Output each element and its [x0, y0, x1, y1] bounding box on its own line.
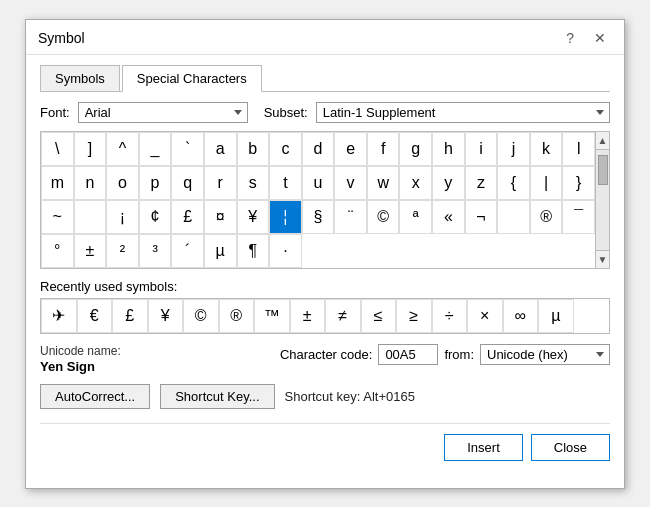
close-dialog-button[interactable]: Close — [531, 434, 610, 461]
symbol-cell[interactable]: ª — [399, 200, 432, 234]
from-label: from: — [444, 347, 474, 362]
symbol-cell[interactable]: © — [367, 200, 400, 234]
recently-used-cell[interactable]: © — [183, 299, 219, 333]
recently-used-cell[interactable]: ≠ — [325, 299, 361, 333]
scrollbar-track[interactable] — [596, 149, 609, 251]
symbol-cell[interactable]: ² — [106, 234, 139, 268]
symbol-cell[interactable]: x — [399, 166, 432, 200]
symbol-cell[interactable]: ° — [41, 234, 74, 268]
symbol-cell[interactable]: f — [367, 132, 400, 166]
close-button[interactable]: ✕ — [588, 28, 612, 48]
autocorrect-button[interactable]: AutoCorrect... — [40, 384, 150, 409]
recently-used-cell[interactable]: ® — [219, 299, 255, 333]
recently-used-cell[interactable]: € — [77, 299, 113, 333]
symbol-cell[interactable]: ¶ — [237, 234, 270, 268]
symbol-cell[interactable] — [74, 200, 107, 234]
symbol-cell[interactable]: § — [302, 200, 335, 234]
subset-select[interactable]: Latin-1 Supplement — [316, 102, 610, 123]
symbol-cell[interactable]: { — [497, 166, 530, 200]
info-row: Unicode name: Yen Sign Character code: f… — [40, 344, 610, 374]
symbol-cell[interactable]: ´ — [171, 234, 204, 268]
symbol-cell[interactable]: h — [432, 132, 465, 166]
recently-used-cell[interactable]: ¥ — [148, 299, 184, 333]
symbol-cell[interactable]: \ — [41, 132, 74, 166]
symbol-cell[interactable]: c — [269, 132, 302, 166]
symbol-cell[interactable]: ¡ — [106, 200, 139, 234]
tab-symbols[interactable]: Symbols — [40, 65, 120, 92]
symbol-cell[interactable]: r — [204, 166, 237, 200]
recently-used-cell[interactable]: ≤ — [361, 299, 397, 333]
recently-used-grid: ✈€£¥©®™±≠≤≥÷×∞µ — [40, 298, 610, 334]
symbol-cell[interactable]: £ — [171, 200, 204, 234]
symbol-cell[interactable]: ` — [171, 132, 204, 166]
symbol-cell[interactable]: ¤ — [204, 200, 237, 234]
symbol-cell[interactable]: a — [204, 132, 237, 166]
recently-used-cell[interactable]: µ — [538, 299, 574, 333]
symbol-cell[interactable]: | — [530, 166, 563, 200]
symbol-cell[interactable]: t — [269, 166, 302, 200]
insert-button[interactable]: Insert — [444, 434, 523, 461]
symbol-cell[interactable]: p — [139, 166, 172, 200]
symbol-cell[interactable]: m — [41, 166, 74, 200]
symbol-cell[interactable]: y — [432, 166, 465, 200]
help-button[interactable]: ? — [560, 28, 580, 48]
recently-used-cell[interactable]: ≥ — [396, 299, 432, 333]
symbol-cell[interactable]: ¦ — [269, 200, 302, 234]
symbol-cell[interactable]: « — [432, 200, 465, 234]
symbol-cell[interactable]: d — [302, 132, 335, 166]
from-select[interactable]: Unicode (hex) — [480, 344, 610, 365]
symbol-grid: \]^_`abcdefghijklmnopqrstuvwxyz{|}~ ¡¢£¤… — [41, 132, 595, 268]
symbol-cell[interactable]: ¨ — [334, 200, 367, 234]
symbol-cell[interactable]: ¢ — [139, 200, 172, 234]
symbol-cell[interactable]: ~ — [41, 200, 74, 234]
symbol-cell[interactable]: ­ — [497, 200, 530, 234]
symbol-cell[interactable]: z — [465, 166, 498, 200]
title-bar: Symbol ? ✕ — [26, 20, 624, 55]
symbol-cell[interactable]: ³ — [139, 234, 172, 268]
symbol-cell[interactable]: µ — [204, 234, 237, 268]
shortcut-key-button[interactable]: Shortcut Key... — [160, 384, 274, 409]
recently-used-cell[interactable]: ∞ — [503, 299, 539, 333]
recently-used-cell[interactable]: ÷ — [432, 299, 468, 333]
recently-used-cell[interactable]: ± — [290, 299, 326, 333]
symbol-cell[interactable]: l — [562, 132, 595, 166]
symbol-cell[interactable]: ] — [74, 132, 107, 166]
char-code-input[interactable] — [378, 344, 438, 365]
unicode-block: Unicode name: Yen Sign — [40, 344, 264, 374]
tab-special-characters[interactable]: Special Characters — [122, 65, 262, 92]
symbol-cell[interactable]: ^ — [106, 132, 139, 166]
symbol-cell[interactable]: b — [237, 132, 270, 166]
symbol-cell[interactable]: v — [334, 166, 367, 200]
symbol-cell[interactable]: ± — [74, 234, 107, 268]
symbol-cell[interactable]: i — [465, 132, 498, 166]
symbol-cell[interactable]: ¬ — [465, 200, 498, 234]
symbol-cell[interactable]: q — [171, 166, 204, 200]
symbol-cell[interactable]: · — [269, 234, 302, 268]
symbol-cell[interactable]: u — [302, 166, 335, 200]
symbol-cell[interactable]: } — [562, 166, 595, 200]
symbol-cell[interactable]: ¯ — [562, 200, 595, 234]
recently-used-cell[interactable]: × — [467, 299, 503, 333]
dialog-content: Symbols Special Characters Font: Arial S… — [26, 55, 624, 471]
recently-used-cell[interactable]: ✈ — [41, 299, 77, 333]
scrollbar-up-arrow[interactable]: ▲ — [596, 132, 610, 149]
tab-bar: Symbols Special Characters — [40, 65, 610, 92]
scrollbar-thumb[interactable] — [598, 155, 608, 185]
scrollbar-down-arrow[interactable]: ▼ — [596, 251, 610, 268]
symbol-cell[interactable]: ® — [530, 200, 563, 234]
recently-used-label: Recently used symbols: — [40, 279, 610, 294]
symbol-cell[interactable]: j — [497, 132, 530, 166]
symbol-cell[interactable]: e — [334, 132, 367, 166]
symbol-cell[interactable]: o — [106, 166, 139, 200]
shortcut-key-text: Shortcut key: Alt+0165 — [285, 389, 415, 404]
symbol-cell[interactable]: k — [530, 132, 563, 166]
recently-used-cell[interactable]: £ — [112, 299, 148, 333]
font-select[interactable]: Arial — [78, 102, 248, 123]
symbol-cell[interactable]: ¥ — [237, 200, 270, 234]
symbol-cell[interactable]: w — [367, 166, 400, 200]
symbol-cell[interactable]: s — [237, 166, 270, 200]
symbol-cell[interactable]: _ — [139, 132, 172, 166]
symbol-cell[interactable]: g — [399, 132, 432, 166]
recently-used-cell[interactable]: ™ — [254, 299, 290, 333]
symbol-cell[interactable]: n — [74, 166, 107, 200]
